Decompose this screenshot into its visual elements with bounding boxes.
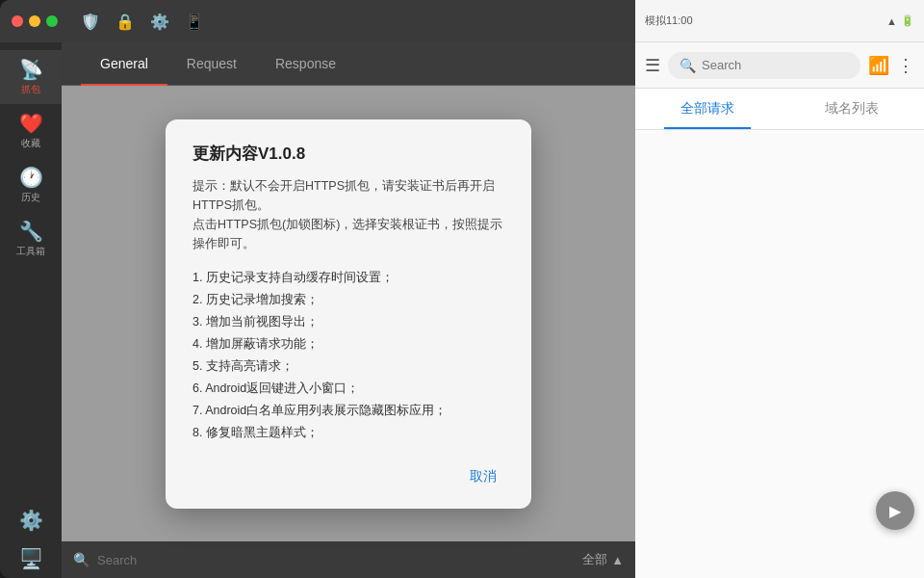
tab-response[interactable]: Response — [256, 42, 355, 85]
more-icon[interactable]: ⋮ — [897, 55, 914, 76]
sidebar-label-history: 历史 — [21, 191, 40, 204]
dialog-actions: 取消 — [192, 464, 504, 489]
page-background: 更新内容V1.0.8 提示：默认不会开启HTTPS抓包，请安装证书后再开启HTT… — [62, 86, 635, 541]
play-icon: ▶ — [889, 502, 901, 520]
history-icon: 🕐 — [19, 166, 43, 189]
right-panel: 模拟11:00 ▲ 🔋 ☰ 🔍 📶 ⋮ 全部请求 域名列表 ▶ — [635, 0, 924, 578]
close-button[interactable] — [12, 15, 23, 27]
filter-button[interactable]: 全部 ▲ — [582, 551, 624, 568]
main-content: 📡 抓包 ❤️ 收藏 🕐 历史 🔧 工具箱 ⚙️ 🖥️ — [0, 42, 635, 578]
list-item: 6. Android返回键进入小窗口； — [192, 378, 504, 400]
search-input[interactable] — [97, 553, 193, 567]
right-tabs: 全部请求 域名列表 — [635, 89, 924, 130]
float-play-button[interactable]: ▶ — [876, 491, 914, 530]
lock-icon[interactable]: 🔒 — [116, 13, 135, 31]
right-status-bar: 模拟11:00 ▲ 🔋 — [635, 0, 924, 42]
minimize-button[interactable] — [29, 15, 40, 27]
dialog-subtitle: 提示：默认不会开启HTTPS抓包，请安装证书后再开启HTTPS抓包。点击HTTP… — [192, 176, 504, 253]
sidebar-item-favorites[interactable]: ❤️ 收藏 — [0, 104, 62, 158]
sidebar-item-tools[interactable]: 🔧 工具箱 — [0, 212, 62, 266]
dialog-overlay: 更新内容V1.0.8 提示：默认不会开启HTTPS抓包，请安装证书后再开启HTT… — [62, 86, 635, 541]
signal-icon: ▲ — [886, 15, 897, 27]
settings-icon: ⚙️ — [19, 509, 43, 532]
list-item: 2. 历史记录增加搜索； — [192, 289, 504, 311]
status-time: 模拟11:00 — [645, 13, 693, 28]
update-dialog: 更新内容V1.0.8 提示：默认不会开启HTTPS抓包，请安装证书后再开启HTT… — [166, 119, 531, 509]
hamburger-icon[interactable]: ☰ — [645, 55, 660, 76]
sidebar-item-history[interactable]: 🕐 历史 — [0, 158, 62, 212]
list-item: 5. 支持高亮请求； — [192, 355, 504, 378]
right-search-input[interactable] — [702, 58, 849, 72]
sidebar-label-tools: 工具箱 — [16, 245, 45, 258]
bottom-bar: 🔍 全部 ▲ — [62, 541, 635, 578]
filter-label: 全部 — [582, 551, 607, 568]
dialog-title: 更新内容V1.0.8 — [192, 143, 504, 165]
list-item: 3. 增加当前视图导出； — [192, 311, 504, 333]
dialog-list: 1. 历史记录支持自动缓存时间设置； 2. 历史记录增加搜索； 3. 增加当前视… — [192, 267, 504, 445]
tab-domain-list[interactable]: 域名列表 — [780, 89, 924, 129]
shield-icon[interactable]: 🛡️ — [81, 13, 100, 31]
filter-chevron-icon: ▲ — [611, 553, 624, 567]
right-toolbar: ☰ 🔍 📶 ⋮ — [635, 42, 924, 89]
sidebar-label-capture: 抓包 — [21, 83, 40, 96]
battery-icon: 🔋 — [901, 14, 914, 27]
sidebar-item-capture[interactable]: 📡 抓包 — [0, 50, 62, 104]
title-bar: 🛡️ 🔒 ⚙️ 📱 — [0, 0, 635, 42]
display-icon: 🖥️ — [19, 547, 43, 570]
title-bar-icons: 🛡️ 🔒 ⚙️ 📱 — [81, 13, 204, 31]
cancel-button[interactable]: 取消 — [462, 464, 504, 489]
right-search-box[interactable]: 🔍 — [668, 52, 860, 79]
sidebar-label-favorites: 收藏 — [21, 137, 40, 150]
capture-icon: 📡 — [19, 58, 43, 81]
gear-icon[interactable]: ⚙️ — [150, 13, 169, 31]
list-item: 8. 修复暗黑主题样式； — [192, 422, 504, 444]
signal-icon[interactable]: 📶 — [868, 55, 889, 76]
sidebar-item-settings[interactable]: ⚙️ — [0, 501, 62, 539]
search-icon: 🔍 — [73, 552, 90, 567]
status-icons: ▲ 🔋 — [886, 14, 914, 27]
list-item: 4. 增加屏蔽请求功能； — [192, 333, 504, 355]
sidebar: 📡 抓包 ❤️ 收藏 🕐 历史 🔧 工具箱 ⚙️ 🖥️ — [0, 42, 62, 578]
sidebar-item-display[interactable]: 🖥️ — [0, 539, 62, 578]
content-area: General Request Response 更新内容V1.0.8 提示：默… — [62, 42, 635, 578]
search-icon: 🔍 — [680, 58, 696, 73]
tab-request[interactable]: Request — [167, 42, 256, 85]
tab-general[interactable]: General — [81, 42, 167, 85]
list-item: 7. Android白名单应用列表展示隐藏图标应用； — [192, 400, 504, 422]
tab-all-requests[interactable]: 全部请求 — [635, 89, 780, 129]
phone-icon[interactable]: 📱 — [185, 13, 204, 31]
traffic-lights — [12, 15, 58, 27]
list-item: 1. 历史记录支持自动缓存时间设置； — [192, 267, 504, 289]
maximize-button[interactable] — [46, 15, 58, 27]
tabs: General Request Response — [62, 42, 635, 86]
favorites-icon: ❤️ — [19, 112, 43, 135]
tools-icon: 🔧 — [19, 220, 43, 243]
left-panel: 🛡️ 🔒 ⚙️ 📱 📡 抓包 ❤️ 收藏 🕐 历史 🔧 工具箱 — [0, 0, 635, 578]
